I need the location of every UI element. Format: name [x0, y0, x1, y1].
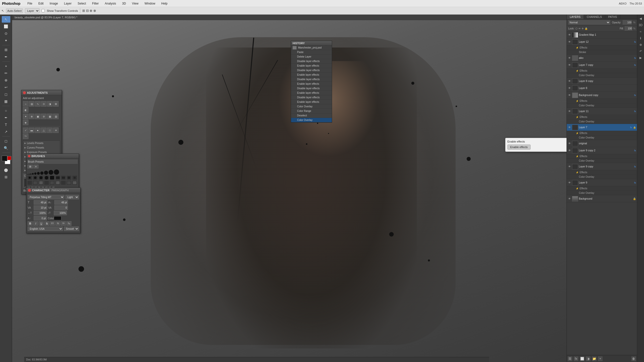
tool-clone[interactable]: ⊕ [2, 77, 10, 83]
history-item-3[interactable]: Disable layer effects [291, 59, 332, 64]
layer-eye-aiko[interactable]: 👁 [568, 56, 571, 60]
history-item-9[interactable]: Disable layer effects [291, 86, 332, 91]
opacity-input[interactable] [623, 20, 632, 25]
brush-sample-4[interactable] [44, 176, 49, 180]
layer-gradient-map[interactable]: 👁 Gradient Map 1 [567, 31, 637, 38]
lock-all-icon[interactable]: 🔒 [585, 27, 588, 30]
history-item-first[interactable]: Manchester_proj.psd [291, 46, 332, 50]
brush-sample-11[interactable] [33, 181, 37, 185]
show-transform-checkbox[interactable] [42, 9, 45, 12]
actions-icon[interactable]: ▶ [638, 55, 644, 61]
adj-icon-levels[interactable]: ▤ [29, 101, 34, 107]
adj-icon-brightness[interactable]: ☼ [23, 101, 28, 107]
layer-fx-9[interactable]: fx [634, 182, 636, 184]
leading-input[interactable] [54, 200, 68, 205]
adj-icon-color-lookup[interactable]: ▣ [35, 114, 41, 119]
adj-icon-tri[interactable]: △ [41, 127, 47, 133]
tool-path-select[interactable]: ↗ [2, 128, 10, 135]
delete-layer-btn[interactable]: 🗑 [631, 356, 636, 361]
brushes-tab-2[interactable]: ≡ [33, 165, 38, 168]
adj-icon-dot[interactable]: ● [35, 127, 41, 133]
font-style-select[interactable]: Light [65, 195, 79, 199]
tab-channels[interactable]: CHANNELS [584, 15, 605, 19]
baseline-input[interactable] [34, 216, 47, 220]
layer-eye-gradient[interactable]: 👁 [568, 33, 571, 37]
history-item-7[interactable]: Disable layer effects [291, 77, 332, 82]
lock-image-icon[interactable]: ✏ [579, 27, 581, 30]
menu-edit[interactable]: Edit [37, 1, 45, 6]
history-item-10[interactable]: Enable layer effects [291, 91, 332, 95]
tool-magic-wand[interactable]: ✦ [2, 37, 10, 44]
brush-sample-7[interactable] [61, 176, 66, 180]
layer-7-copy[interactable]: 👁 Layer 7 copy fx [567, 62, 637, 69]
history-item-2[interactable]: Delete Layer [291, 55, 332, 59]
tool-shape[interactable]: ◻ [2, 138, 10, 144]
layer-eye-background[interactable]: 👁 [568, 197, 571, 201]
brush-sample-6[interactable] [56, 176, 60, 180]
scale-h-input[interactable] [34, 211, 47, 215]
layer-fx-aiko[interactable]: fx [634, 57, 636, 59]
navigator-icon[interactable]: ⊕ [638, 42, 644, 48]
history-item-13[interactable]: Color Overlay [291, 104, 332, 109]
caps-btn[interactable]: TT [50, 221, 55, 226]
layer-8-copy[interactable]: 👁 Layer 8 copy [567, 78, 637, 85]
menu-select[interactable]: Select [77, 1, 87, 6]
brush-sample-2[interactable] [33, 176, 37, 180]
adj-icon-exposure[interactable]: ⊙ [41, 101, 47, 107]
layer-original[interactable]: 👁 original [567, 140, 637, 147]
brush-sample-13[interactable] [44, 181, 49, 185]
adj-icon-color-balance[interactable]: ⊞ [53, 101, 59, 107]
adj-icon-hue[interactable]: ◑ [47, 101, 53, 107]
layer-12[interactable]: 👁 Layer 12 fx [567, 38, 637, 46]
layer-select[interactable]: Layer [25, 8, 39, 13]
adj-icon-check[interactable]: ✓ [23, 127, 28, 133]
new-layer-btn[interactable]: + [598, 356, 602, 361]
adj-icon-selective-color[interactable]: ◈ [23, 120, 28, 125]
tool-pen[interactable]: ✒ [2, 114, 10, 121]
sup-btn[interactable]: T² [61, 221, 66, 226]
layer-eye-11[interactable]: 👁 [568, 110, 571, 113]
layer-eye-9-copy-2[interactable]: 👁 [568, 149, 571, 152]
menu-analysis[interactable]: Analysis [104, 1, 117, 6]
menu-layer[interactable]: Layer [63, 1, 73, 6]
layer-fx-9-copy-2[interactable]: fx [634, 149, 636, 152]
lock-transparent-icon[interactable]: ⬡ [575, 27, 578, 30]
layer-fx-9-copy[interactable]: fx [634, 165, 636, 168]
layer-aiko[interactable]: 👁 aiko fx [567, 55, 637, 62]
tool-quick-mask[interactable]: ⬤ [2, 167, 10, 173]
tool-lasso[interactable]: ⊙ [2, 30, 10, 37]
brush-presets-label[interactable]: Brush Presets [27, 159, 78, 164]
brushes-tab-1[interactable]: ⊞ [27, 165, 33, 168]
info-icon[interactable]: ℹ [638, 35, 644, 41]
group-btn[interactable]: 📁 [592, 356, 596, 361]
history-item-11[interactable]: Disable layer effects [291, 95, 332, 100]
menu-view[interactable]: View [131, 1, 140, 6]
character-close-btn[interactable] [28, 189, 31, 192]
layer-9-copy-2[interactable]: 👁 Layer 9 copy 2 fx [567, 147, 637, 154]
tool-eyedropper[interactable]: ✒ [2, 54, 10, 60]
history-item-15[interactable]: Deselect [291, 113, 332, 118]
tab-layers[interactable]: LAYERS [567, 15, 584, 19]
adjustment-btn[interactable]: ◑ [586, 356, 590, 361]
history-item-6[interactable]: Enable layer effects [291, 73, 332, 77]
brush-sample-15[interactable] [56, 181, 60, 185]
history-item-1[interactable]: Paste [291, 50, 332, 55]
layer-8[interactable]: 👁 Layer 8 [567, 85, 637, 92]
color-swatches[interactable] [2, 156, 10, 164]
tracking-input[interactable] [34, 205, 47, 210]
brush-sample-9[interactable] [72, 176, 77, 180]
adj-icon-sq[interactable]: □ [47, 127, 53, 133]
char-color-box[interactable] [54, 216, 61, 220]
bold-btn[interactable]: B [28, 221, 33, 226]
brush-sample-10[interactable] [27, 181, 32, 185]
menu-window[interactable]: Window [143, 1, 156, 6]
layer-fx-bg-copy[interactable]: fx [634, 94, 636, 97]
canvas-content[interactable] [12, 20, 567, 362]
layer-9-copy[interactable]: 👁 Layer 9 copy fx [567, 163, 637, 170]
blend-mode-select[interactable]: Normal [568, 20, 610, 25]
brush-sample-17[interactable] [67, 181, 71, 185]
mask-btn[interactable]: ⬜ [580, 356, 584, 361]
history-item-8[interactable]: Enable layer effects [291, 82, 332, 86]
tool-screen-mode[interactable]: ⊞ [2, 174, 10, 180]
smooth-select[interactable]: Smooth [64, 227, 79, 231]
